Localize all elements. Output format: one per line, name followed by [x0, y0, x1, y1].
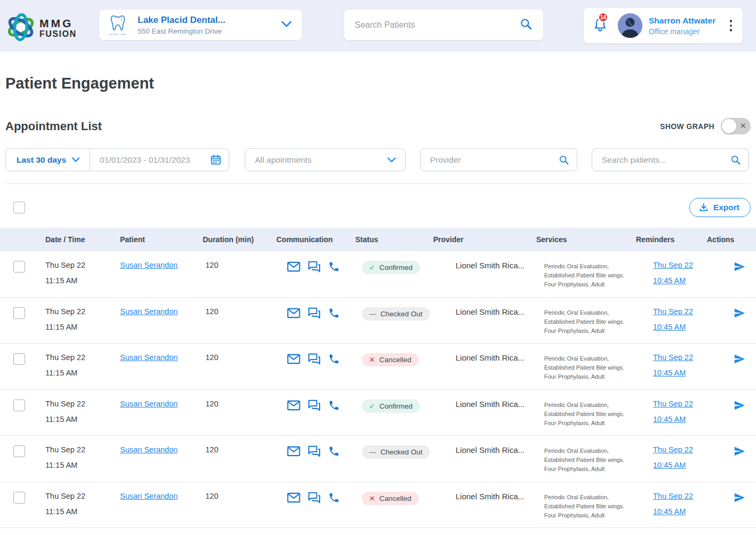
status-icon [369, 310, 376, 317]
user-name: Sharron Attwater [649, 16, 727, 26]
provider-name: Lionel Smith Rica... [433, 353, 536, 362]
send-reminder-button[interactable] [707, 400, 756, 413]
phone-icon[interactable] [328, 400, 340, 411]
status-icon [369, 449, 376, 456]
send-reminder-button[interactable] [707, 492, 756, 505]
table-row: Thu Sep 22 11:15 AM Susan Serandon 120 C… [0, 298, 756, 344]
email-icon[interactable] [287, 446, 300, 457]
phone-icon[interactable] [328, 307, 340, 319]
column-header: Actions [707, 235, 756, 244]
reminder-date-link[interactable]: Thu Sep 22 [653, 445, 707, 454]
reminder-time-link[interactable]: 10:45 AM [653, 276, 686, 285]
practice-name: Lake Placid Dental... [138, 15, 281, 26]
search-icon[interactable] [520, 18, 532, 33]
user-role: Office manager [649, 27, 727, 36]
patient-search-input[interactable] [602, 155, 730, 165]
chat-icon[interactable] [308, 353, 321, 365]
row-checkbox[interactable] [13, 400, 25, 411]
email-icon[interactable] [287, 354, 300, 364]
duration-value: 120 [203, 261, 276, 269]
status-icon [369, 264, 375, 271]
select-all-checkbox[interactable] [13, 202, 25, 213]
provider-name: Lionel Smith Rica... [433, 492, 536, 501]
duration-value: 120 [203, 353, 276, 362]
phone-icon[interactable] [328, 492, 340, 504]
phone-icon[interactable] [328, 261, 340, 273]
reminder-date-link[interactable]: Thu Sep 22 [653, 353, 707, 362]
email-icon[interactable] [287, 492, 300, 503]
patient-link[interactable]: Susan Serandon [120, 400, 178, 408]
show-graph-label: SHOW GRAPH [660, 122, 714, 131]
status-label: Checked Out [380, 448, 423, 456]
email-icon[interactable] [287, 261, 300, 272]
email-icon[interactable] [287, 308, 300, 318]
notifications-button[interactable]: 14 [593, 17, 607, 34]
appointment-time: 11:15 AM [45, 369, 120, 377]
appointment-type-dropdown[interactable]: All apointments [245, 148, 405, 171]
date-preset-dropdown[interactable]: Last 30 days [6, 149, 90, 171]
reminder-date-link[interactable]: Thu Sep 22 [653, 400, 707, 408]
column-header: Status [355, 235, 433, 244]
chat-icon[interactable] [308, 307, 321, 319]
export-label: Export [713, 203, 739, 212]
global-search-input[interactable] [355, 20, 520, 30]
provider-name: Lionel Smith Rica... [433, 400, 536, 409]
reminder-date-link[interactable]: Thu Sep 22 [653, 307, 707, 316]
reminder-date-link[interactable]: Thu Sep 22 [653, 492, 707, 500]
phone-icon[interactable] [328, 445, 340, 457]
row-checkbox[interactable] [13, 445, 25, 457]
practice-address: 550 East Remington Drive [138, 27, 281, 35]
row-checkbox[interactable] [13, 307, 25, 319]
email-icon[interactable] [287, 400, 300, 411]
export-button[interactable]: Export [689, 198, 751, 217]
send-icon [733, 492, 746, 504]
phone-icon[interactable] [328, 353, 340, 365]
appointment-time: 11:15 AM [45, 507, 120, 516]
chat-icon[interactable] [308, 261, 321, 273]
provider-filter [420, 148, 577, 171]
reminder-time-link[interactable]: 10:45 AM [653, 415, 686, 424]
date-filter: Last 30 days 01/01/2023 - 01/31/2023 [5, 148, 229, 171]
patient-link[interactable]: Susan Serandon [120, 261, 178, 269]
reminder-time-link[interactable]: 10:45 AM [653, 461, 686, 469]
status-label: Cancelled [379, 356, 411, 364]
date-range-picker[interactable]: 01/01/2023 - 01/31/2023 [90, 154, 229, 165]
patient-link[interactable]: Susan Serandon [120, 492, 178, 500]
row-checkbox[interactable] [13, 492, 25, 504]
status-badge: Confirmed [362, 261, 420, 274]
reminder-date-link[interactable]: Thu Sep 22 [653, 261, 707, 269]
column-header: Provider [433, 235, 536, 244]
status-badge: Checked Out [362, 307, 430, 321]
chat-icon[interactable] [308, 400, 321, 411]
appointment-table-body: Thu Sep 22 11:15 AM Susan Serandon 120 C… [0, 251, 756, 528]
appointment-date: Thu Sep 22 [45, 400, 120, 408]
reminder-time-link[interactable]: 10:45 AM [653, 369, 686, 377]
toggle-off-x-icon: ✕ [739, 121, 746, 131]
chat-icon[interactable] [308, 445, 321, 457]
kebab-menu-icon[interactable] [727, 17, 736, 35]
patient-link[interactable]: Susan Serandon [120, 307, 178, 316]
provider-filter-input[interactable] [430, 155, 559, 165]
patient-link[interactable]: Susan Serandon [120, 445, 178, 454]
row-checkbox[interactable] [13, 353, 25, 365]
provider-name: Lionel Smith Rica... [433, 445, 536, 454]
show-graph-toggle[interactable]: ✕ [721, 118, 751, 134]
reminder-time-link[interactable]: 10:45 AM [653, 507, 686, 516]
practice-selector[interactable]: DENTAL CARE Lake Placid Dental... 550 Ea… [99, 10, 302, 40]
patient-link[interactable]: Susan Serandon [120, 353, 178, 362]
services-text: Periodic Oral Evaluation,Established Pat… [536, 307, 636, 336]
avatar[interactable] [618, 13, 642, 38]
send-reminder-button[interactable] [707, 261, 756, 274]
send-icon [733, 353, 746, 365]
send-reminder-button[interactable] [707, 307, 756, 321]
mmg-fusion-logo-icon [5, 12, 36, 45]
chevron-down-icon[interactable] [281, 20, 292, 30]
chat-icon[interactable] [308, 492, 321, 504]
column-header: Communication [276, 235, 355, 244]
appointment-date: Thu Sep 22 [45, 261, 120, 269]
send-reminder-button[interactable] [707, 353, 756, 366]
column-header: Duration (min) [203, 235, 276, 244]
row-checkbox[interactable] [13, 261, 25, 273]
send-reminder-button[interactable] [707, 445, 756, 459]
reminder-time-link[interactable]: 10:45 AM [653, 323, 686, 331]
